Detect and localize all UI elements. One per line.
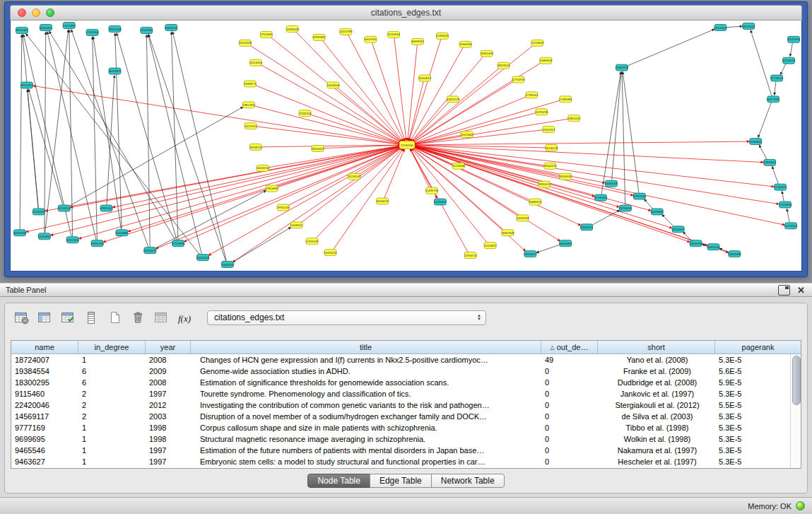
graph-node[interactable]: 13851833 [242, 102, 255, 108]
edge[interactable] [232, 227, 291, 262]
graph-node[interactable]: 92774029 [770, 75, 783, 81]
edge[interactable] [50, 146, 402, 235]
delete-table-icon[interactable] [129, 309, 147, 326]
graph-node[interactable]: 18130461 [742, 23, 755, 29]
graph-node[interactable]: 19955134 [277, 204, 290, 211]
edge[interactable] [623, 71, 639, 192]
table-row[interactable]: 911546021997Tourette syndrome. Phenomeno… [11, 388, 790, 399]
graph-node[interactable]: 20154237 [143, 247, 156, 254]
graph-node[interactable]: 20482113 [221, 262, 234, 268]
edge[interactable] [148, 35, 225, 262]
edge[interactable] [45, 30, 69, 233]
edge[interactable] [23, 35, 39, 209]
edge[interactable] [394, 38, 406, 141]
float-panel-button[interactable] [778, 285, 790, 296]
graph-node[interactable]: 20654112 [40, 24, 52, 30]
graph-node[interactable]: 11250944 [387, 31, 400, 37]
graph-node[interactable]: 17335229 [306, 238, 319, 245]
graph-node[interactable]: 15124857 [484, 243, 497, 249]
graph-node[interactable]: 18544203 [543, 163, 556, 169]
edge[interactable] [759, 145, 767, 160]
edge[interactable] [412, 146, 633, 195]
column-header-short[interactable]: short [598, 341, 715, 354]
edge[interactable] [751, 30, 772, 96]
edge[interactable] [172, 32, 226, 261]
edge[interactable] [333, 148, 403, 250]
graph-node[interactable]: 16824601 [763, 159, 776, 165]
network-window-titlebar[interactable]: citations_edges.txt [10, 5, 802, 21]
edge[interactable] [612, 72, 622, 180]
column-header-title[interactable]: title [191, 341, 541, 354]
graph-node[interactable]: 20455104 [707, 244, 720, 250]
graph-node[interactable]: 18104907 [672, 226, 685, 233]
tab-network-table[interactable]: Network Table [431, 474, 505, 488]
tab-node-table[interactable]: Node Table [307, 474, 370, 488]
graph-node[interactable]: 30915058 [13, 230, 26, 236]
edge[interactable] [337, 88, 402, 143]
edge[interactable] [148, 35, 202, 255]
graph-node[interactable]: 16770553 [784, 223, 797, 229]
tab-edge-table[interactable]: Edge Table [370, 474, 432, 488]
graph-node[interactable]: 15958822 [749, 139, 762, 145]
table-columns-icon[interactable] [35, 309, 54, 326]
graph-node[interactable]: 16554209 [376, 198, 389, 204]
edge[interactable] [683, 232, 692, 241]
graph-node[interactable]: 19664269 [459, 41, 472, 47]
network-view-window[interactable]: citations_edges.txt 17240502 18522408 17… [4, 1, 808, 277]
graph-node[interactable]: 14524004 [327, 82, 340, 88]
graph-node[interactable]: 18561403 [16, 27, 28, 33]
edge[interactable] [622, 72, 625, 205]
graph-node[interactable]: 18536711 [249, 144, 262, 151]
import-table-icon[interactable] [152, 309, 170, 326]
graph-node[interactable]: 16684205 [529, 199, 542, 205]
graph-node[interactable]: 17554300 [260, 31, 273, 37]
edge[interactable] [71, 30, 148, 247]
new-table-icon[interactable] [105, 309, 124, 326]
graph-node[interactable]: 15144019 [782, 57, 795, 64]
graph-node[interactable]: 25160334 [33, 209, 45, 215]
edge[interactable] [20, 35, 22, 229]
graph-node[interactable]: 12754709 [512, 76, 525, 83]
graph-node[interactable]: 16820722 [165, 24, 177, 30]
graph-node[interactable]: 12162957 [542, 127, 555, 133]
edge[interactable] [780, 64, 786, 75]
edge[interactable] [310, 115, 401, 144]
graph-node[interactable]: 15134457 [434, 199, 447, 205]
edge[interactable] [115, 33, 122, 229]
graph-node[interactable]: 17581503 [299, 110, 312, 117]
column-header-year[interactable]: year [146, 341, 191, 354]
graph-node[interactable]: 12446511 [290, 222, 303, 228]
column-header-name[interactable]: name [11, 341, 78, 354]
edge[interactable] [78, 146, 402, 238]
edge[interactable] [256, 127, 401, 145]
graph-node[interactable]: 17120998 [172, 240, 184, 247]
edge[interactable] [412, 146, 690, 243]
row-options-icon[interactable] [82, 309, 100, 326]
edge[interactable] [782, 191, 784, 201]
edge[interactable] [171, 32, 177, 240]
graph-node[interactable]: 14851205 [567, 115, 580, 122]
graph-node[interactable]: 16101642 [461, 132, 473, 138]
edge[interactable] [26, 146, 402, 232]
edge[interactable] [29, 89, 63, 205]
table-settings-icon[interactable] [12, 309, 30, 326]
edge[interactable] [154, 190, 266, 249]
graph-node[interactable]: 16462019 [605, 180, 618, 187]
edge[interactable] [725, 26, 742, 27]
edge[interactable] [413, 100, 561, 144]
graph-node[interactable]: 16583028 [286, 25, 299, 32]
graph-node[interactable]: 14514004 [249, 59, 262, 66]
graph-node[interactable]: 13045912 [580, 224, 593, 230]
graph-node[interactable]: 11154809 [531, 40, 544, 46]
graph-node[interactable]: 18522408 [239, 40, 252, 46]
graph-node[interactable]: 18277287 [767, 96, 779, 103]
graph-node[interactable]: 16403214 [257, 165, 269, 171]
graph-node[interactable]: 26552207 [20, 82, 33, 88]
graph-node[interactable]: 13220178 [447, 96, 459, 103]
graph-node[interactable]: 12214789 [339, 28, 352, 35]
table-row[interactable]: 946362711997Embryonic stem cells: a mode… [11, 456, 790, 467]
edge[interactable] [775, 81, 776, 95]
graph-node[interactable]: 18794556 [619, 205, 632, 211]
scrollbar-thumb[interactable] [792, 356, 801, 405]
table-row[interactable]: 2242004622012Investigating the contribut… [11, 399, 790, 411]
